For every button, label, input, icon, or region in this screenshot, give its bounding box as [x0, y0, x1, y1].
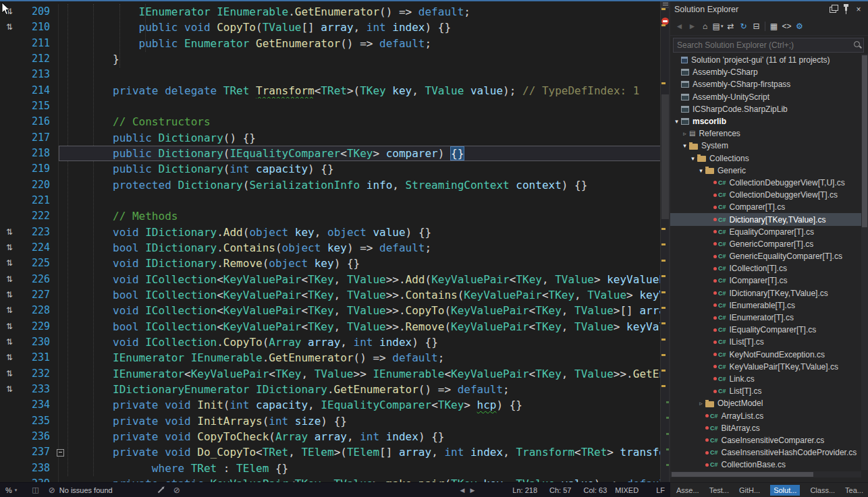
line-ending-indicator[interactable]: LF [656, 486, 665, 494]
tree-item[interactable]: Assembly-UnityScript [670, 91, 861, 103]
editor-row[interactable]: ⇅209 IEnumerator IEnumerable.GetEnumerat… [0, 4, 661, 20]
editor-row[interactable]: ⇅228 void ICollection<KeyValuePair<TKey,… [0, 303, 661, 318]
implements-glyph-icon[interactable]: ⇅ [0, 382, 19, 397]
tree-item[interactable]: C#GenericEqualityComparer[T].cs [670, 250, 861, 262]
implements-glyph-icon[interactable]: ⇅ [0, 225, 19, 240]
fold-toggle-icon[interactable] [57, 449, 64, 457]
scroll-left-icon[interactable]: ◀ [457, 487, 467, 494]
tree-item[interactable]: C#CaseInsensitiveHashCodeProvider.cs [670, 446, 861, 459]
window-position-icon[interactable] [828, 4, 838, 15]
tool-window-tab[interactable]: GitH... [739, 486, 760, 494]
tree-item[interactable]: C#IList[T].cs [670, 336, 861, 348]
implements-glyph-icon[interactable]: ⇅ [0, 256, 19, 271]
editor-row[interactable]: 218 public Dictionary(IEqualityComparer<… [0, 146, 661, 161]
panel-splitter[interactable] [669, 0, 670, 482]
editor-row[interactable]: ⇅230 void ICollection.CopyTo(Array array… [0, 334, 661, 350]
tree-item[interactable]: ▾Collections [670, 152, 861, 165]
tree-item[interactable]: C#IEqualityComparer[T].cs [670, 324, 861, 336]
tree-item[interactable]: C#KeyValuePair[TKey,TValue].cs [670, 361, 861, 373]
collapse-all-button[interactable]: ⊟ [750, 20, 763, 32]
tree-item[interactable]: C#CaseInsensitiveComparer.cs [670, 434, 861, 446]
editor-row[interactable]: ⇅225 void IDictionary.Remove(object key)… [0, 256, 661, 271]
tree-item[interactable]: ▾System [670, 140, 861, 152]
code-line[interactable]: bool IDictionary.Contains(object key) =>… [58, 240, 661, 256]
column-indicator[interactable]: Col: 63 [583, 486, 607, 494]
chevron-expanded-icon[interactable]: ▾ [672, 118, 681, 125]
char-indicator[interactable]: Ch: 57 [549, 486, 571, 494]
editor-row[interactable]: 220 protected Dictionary(SerializationIn… [0, 177, 661, 193]
tree-item[interactable]: C#IDictionary[TKey,TValue].cs [670, 287, 861, 299]
implements-glyph-icon[interactable]: ⇅ [0, 319, 19, 334]
code-line[interactable]: private void Do_CopyTo<TRet, TElem>(TEle… [58, 444, 661, 460]
editor-row[interactable]: ⇅231 IEnumerator IEnumerable.GetEnumerat… [0, 350, 661, 366]
tree-item[interactable]: C#IEnumerable[T].cs [670, 299, 861, 312]
code-line[interactable]: private static KeyValuePair<TKey, TValue… [58, 476, 661, 482]
implements-glyph-icon[interactable]: ⇅ [0, 272, 19, 287]
editor-row[interactable]: 235 private void InitArrays(int size) {} [0, 413, 661, 429]
editor-row[interactable]: 214 private delegate TRet Transform<TRet… [0, 83, 661, 98]
tree-item[interactable]: ▹ObjectModel [670, 397, 861, 409]
code-line[interactable]: public void CopyTo(TValue[] array, int i… [58, 20, 661, 35]
search-icon[interactable] [852, 40, 863, 51]
editor-row[interactable]: 215 [0, 98, 661, 114]
editor-row[interactable]: 221 [0, 193, 661, 208]
tree-item[interactable]: ▹▤References [670, 127, 861, 140]
code-line[interactable]: public Dictionary(int capacity) {} [58, 161, 661, 177]
code-line[interactable]: void ICollection<KeyValuePair<TKey, TVal… [58, 272, 661, 287]
editor-row[interactable]: ⇅227 bool ICollection<KeyValuePair<TKey,… [0, 287, 661, 303]
tree-item[interactable]: C#CollectionDebuggerView[T].cs [670, 189, 861, 201]
code-line[interactable]: IEnumerator IEnumerable.GetEnumerator() … [58, 4, 661, 20]
implements-glyph-icon[interactable]: ⇅ [0, 240, 19, 256]
tree-item[interactable]: ▾Generic [670, 165, 861, 177]
code-line[interactable]: public Enumerator GetEnumerator() => def… [58, 36, 661, 51]
code-line[interactable] [58, 98, 661, 114]
line-indicator[interactable]: Ln: 218 [512, 486, 537, 494]
tree-item[interactable]: C#CollectionDebuggerView[T,U].cs [670, 177, 861, 189]
editor-row[interactable]: 234 private void Init(int capacity, IEqu… [0, 397, 661, 413]
tree-item[interactable]: C#Dictionary[TKey,TValue].cs [670, 213, 861, 225]
code-line[interactable]: public Dictionary(IEqualityComparer<TKey… [58, 146, 661, 161]
code-line[interactable]: void ICollection.CopyTo(Array array, int… [58, 334, 661, 350]
tree-item[interactable]: C#ArrayList.cs [670, 409, 861, 421]
tree-item[interactable]: Assembly-CSharp [670, 66, 861, 78]
code-line[interactable]: void IDictionary.Add(object key, object … [58, 225, 661, 240]
tree-item[interactable]: C#IComparer[T].cs [670, 274, 861, 287]
search-box[interactable] [673, 38, 864, 53]
editor-row[interactable]: 211 public Enumerator GetEnumerator() =>… [0, 36, 661, 51]
tree-item[interactable]: ▾mscorlib [670, 115, 861, 127]
implements-glyph-icon[interactable]: ⇅ [0, 350, 19, 366]
encoding-indicator[interactable]: MIXED [615, 486, 639, 494]
code-line[interactable]: public Dictionary() {} [58, 130, 661, 146]
tree-horizontal-scrollbar[interactable] [670, 471, 861, 477]
tree-item[interactable]: C#EqualityComparer[T].cs [670, 226, 861, 238]
editor-row[interactable]: 213 [0, 67, 661, 82]
code-editor[interactable]: ⇅209 IEnumerator IEnumerable.GetEnumerat… [0, 0, 670, 482]
forward-button[interactable]: ► [686, 20, 699, 32]
zoom-control[interactable]: % [5, 486, 17, 494]
tool-window-tab[interactable]: Test... [709, 486, 729, 494]
implements-glyph-icon[interactable]: ⇅ [0, 366, 19, 382]
tree-item[interactable]: C#ICollection[T].cs [670, 262, 861, 274]
code-line[interactable]: bool ICollection<KeyValuePair<TKey, TVal… [58, 287, 661, 303]
filter-dropdown-button[interactable]: ▤▾ [711, 20, 724, 32]
tree-item[interactable]: ICSharpCode.SharpZipLib [670, 103, 861, 115]
tree-item[interactable]: C#IEnumerator[T].cs [670, 312, 861, 324]
editor-row[interactable]: ⇅226 void ICollection<KeyValuePair<TKey,… [0, 272, 661, 287]
chevron-expanded-icon[interactable]: ▾ [688, 155, 697, 162]
code-line[interactable]: void IDictionary.Remove(object key) {} [58, 256, 661, 271]
code-line[interactable]: private void Init(int capacity, IEqualit… [58, 397, 661, 413]
implements-glyph-icon[interactable]: ⇅ [0, 20, 19, 35]
editor-row[interactable]: 217 public Dictionary() {} [0, 130, 661, 146]
home-button[interactable]: ⌂ [699, 20, 711, 32]
editor-row[interactable]: ⇅223 void IDictionary.Add(object key, ob… [0, 225, 661, 240]
chevron-expanded-icon[interactable]: ▾ [680, 142, 689, 149]
chevron-collapsed-icon[interactable]: ▹ [680, 130, 689, 137]
editor-row[interactable]: 216 // Constructors [0, 114, 661, 129]
implements-glyph-icon[interactable]: ⇅ [0, 287, 19, 303]
scroll-right-icon[interactable]: ▶ [467, 487, 477, 494]
pin-icon[interactable] [840, 4, 851, 15]
tree-item[interactable]: C#BitArray.cs [670, 422, 861, 434]
show-all-files-button[interactable]: ▦ [767, 20, 780, 32]
code-line[interactable]: where TRet : TElem {} [58, 461, 661, 476]
view-code-button[interactable]: <> [780, 20, 793, 32]
